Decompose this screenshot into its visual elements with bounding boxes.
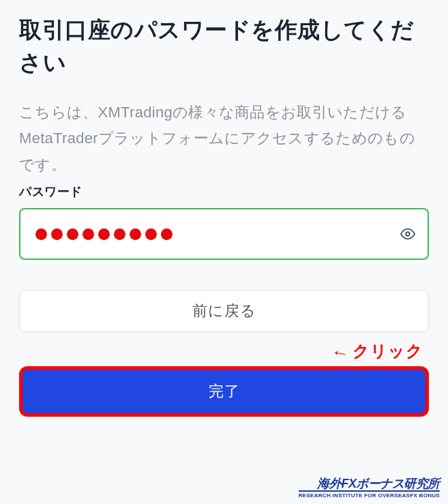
logo-main-text: 海外FXボーナス研究所 (299, 477, 440, 490)
svg-point-0 (406, 232, 410, 236)
click-annotation: ← クリック (331, 340, 423, 362)
complete-button[interactable]: 完了 (19, 366, 429, 417)
back-button-label: 前に戻る (192, 301, 256, 321)
password-label: パスワード (19, 183, 429, 200)
password-input[interactable] (19, 208, 429, 260)
click-annotation-text: クリック (353, 340, 423, 362)
logo-sub-text: RESEARCH INSTITUTE FOR OVERSEASFX BONUS (299, 492, 440, 499)
complete-button-label: 完了 (209, 381, 240, 402)
arrow-icon: ← (329, 341, 351, 365)
back-button[interactable]: 前に戻る (19, 290, 429, 332)
password-masked-dots (35, 228, 173, 240)
show-password-icon[interactable] (400, 226, 415, 241)
footer-logo: 海外FXボーナス研究所 RESEARCH INSTITUTE FOR OVERS… (299, 477, 440, 499)
description-text: こちらは、XMTradingの様々な商品をお取引いただけるMetaTraderプ… (19, 100, 429, 179)
page-title: 取引口座のパスワードを作成してください (19, 14, 429, 79)
logo-underline (299, 490, 440, 492)
